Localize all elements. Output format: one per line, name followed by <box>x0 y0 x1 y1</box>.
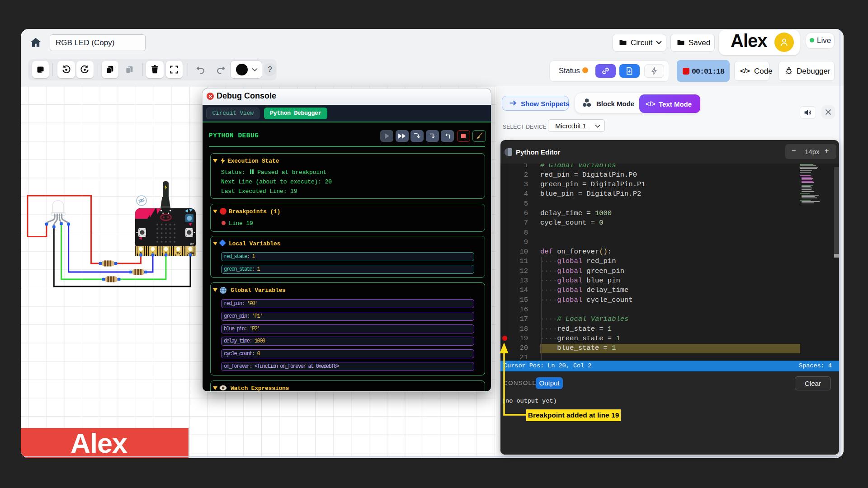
svg-text:V2: V2 <box>190 243 194 246</box>
svg-text:3V: 3V <box>176 251 180 255</box>
